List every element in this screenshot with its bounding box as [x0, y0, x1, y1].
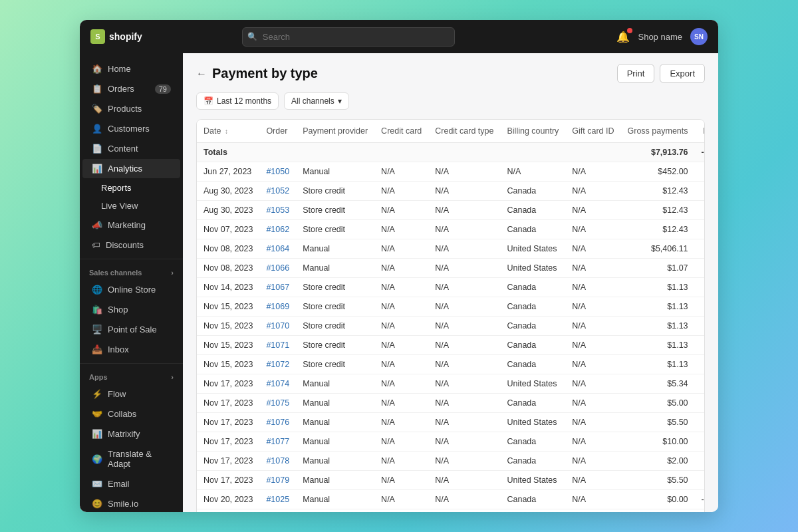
cell-provider: Manual	[296, 471, 374, 490]
sidebar-item-inbox[interactable]: 📥 Inbox	[82, 340, 180, 359]
order-link[interactable]: #1078	[266, 456, 289, 466]
sidebar-item-translate[interactable]: 🌍 Translate & Adapt	[82, 444, 180, 473]
cell-date: Nov 17, 2023	[197, 374, 259, 394]
sidebar-item-smile[interactable]: 😊 Smile.io	[82, 494, 180, 512]
sidebar-subitem-reports[interactable]: Reports	[80, 179, 183, 197]
cell-provider: Manual	[296, 374, 374, 394]
sidebar-item-online-store[interactable]: 🌐 Online Store	[82, 280, 180, 299]
cell-cc-type: N/A	[428, 278, 500, 297]
cell-billing: Canada	[500, 220, 565, 239]
table-row: Nov 17, 2023 #1079 Manual N/A N/A United…	[197, 471, 705, 490]
sidebar-item-collabs[interactable]: 🤝 Collabs	[82, 404, 180, 424]
sidebar-item-flow[interactable]: ⚡ Flow	[82, 384, 180, 404]
cell-refunds: $0.00	[695, 355, 705, 374]
sidebar-item-marketing[interactable]: 📣 Marketing	[82, 215, 180, 235]
sidebar-item-label: Orders	[108, 84, 134, 94]
sales-channels-label: Sales channels	[89, 269, 142, 277]
order-link[interactable]: #1074	[266, 379, 289, 388]
order-link[interactable]: #1070	[266, 321, 289, 331]
order-link[interactable]: #1052	[266, 186, 289, 196]
col-gift-card[interactable]: Gift card ID	[565, 120, 620, 143]
sidebar-item-matrixify[interactable]: 📊 Matrixify	[82, 424, 180, 444]
cell-refunds: $0.00	[695, 220, 705, 239]
order-link[interactable]: #1062	[266, 225, 289, 234]
cell-order: #1025	[259, 490, 296, 509]
col-billing[interactable]: Billing country	[500, 120, 565, 143]
cell-gross: $0.00	[621, 490, 695, 509]
back-button[interactable]: ←	[196, 68, 207, 79]
print-button[interactable]: Print	[617, 64, 655, 83]
sidebar-subitem-live-view[interactable]: Live View	[80, 197, 183, 215]
cell-date: Nov 14, 2023	[197, 278, 259, 297]
order-link[interactable]: #1076	[266, 418, 289, 427]
sidebar-item-products[interactable]: 🏷️ Products	[82, 99, 180, 118]
sidebar-item-label: Content	[108, 144, 138, 154]
sidebar-item-shop[interactable]: 🛍️ Shop	[82, 300, 180, 319]
order-link[interactable]: #1079	[266, 475, 289, 485]
sidebar-item-content[interactable]: 📄 Content	[82, 139, 180, 158]
cell-provider: Manual	[296, 452, 374, 471]
order-link[interactable]: #1025	[266, 495, 289, 504]
search-input[interactable]	[242, 27, 455, 47]
cell-provider: Store credit	[296, 336, 374, 355]
order-link[interactable]: #1050	[266, 167, 289, 176]
col-provider[interactable]: Payment provider	[296, 120, 374, 143]
expand-icon[interactable]: ›	[171, 269, 174, 277]
cell-cc-type: N/A	[428, 201, 500, 220]
cell-refunds: $0.00	[695, 336, 705, 355]
sidebar-item-discounts[interactable]: 🏷 Discounts	[82, 235, 180, 255]
order-link[interactable]: #1067	[266, 283, 289, 292]
cell-order: #1062	[259, 220, 296, 239]
apps-label: Apps	[89, 373, 108, 381]
sidebar-item-point-of-sale[interactable]: 🖥️ Point of Sale	[82, 320, 180, 339]
sidebar-item-email[interactable]: ✉️ Email	[82, 474, 180, 493]
apps-expand-icon[interactable]: ›	[171, 373, 174, 381]
discounts-icon: 🏷	[92, 240, 100, 250]
cell-billing: Canada	[500, 317, 565, 336]
matrixify-icon: 📊	[92, 429, 102, 439]
sidebar-item-analytics[interactable]: 📊 Analytics	[82, 159, 180, 178]
cell-gift-card: N/A	[565, 317, 620, 336]
col-date[interactable]: Date ↕	[197, 120, 259, 143]
page-header: ← Payment by type Print Export	[196, 64, 705, 83]
cell-billing: United States	[500, 239, 565, 259]
cell-provider: Store credit	[296, 182, 374, 201]
sidebar-item-label: Marketing	[108, 220, 146, 230]
order-link[interactable]: #1072	[266, 360, 289, 369]
cell-cc-type: N/A	[428, 452, 500, 471]
cell-gross: $2.00	[621, 452, 695, 471]
export-button[interactable]: Export	[660, 64, 705, 83]
cell-gift-card: N/A	[565, 278, 620, 297]
cell-cc-type: N/A	[428, 239, 500, 259]
cell-provider: Manual	[296, 413, 374, 432]
cell-refunds: $0.00	[695, 201, 705, 220]
order-link[interactable]: #1075	[266, 398, 289, 408]
cell-credit-card: N/A	[374, 394, 428, 413]
channel-filter[interactable]: All channels ▾	[284, 92, 349, 110]
cell-cc-type: N/A	[428, 182, 500, 201]
avatar[interactable]: SN	[690, 28, 708, 45]
col-refunds[interactable]: Refunds	[695, 120, 705, 143]
cell-credit-card: N/A	[374, 509, 428, 513]
col-order[interactable]: Order	[259, 120, 296, 143]
col-credit-card[interactable]: Credit card	[374, 120, 428, 143]
order-link[interactable]: #1064	[266, 244, 289, 253]
sidebar-item-home[interactable]: 🏠 Home	[82, 59, 180, 78]
page-header-left: ← Payment by type	[196, 66, 318, 81]
cell-provider: Manual	[296, 239, 374, 259]
order-link[interactable]: #1069	[266, 302, 289, 311]
date-filter[interactable]: 📅 Last 12 months	[196, 92, 279, 110]
order-link[interactable]: #1066	[266, 263, 289, 273]
order-link[interactable]: #1077	[266, 437, 289, 446]
sidebar-item-orders[interactable]: 📋 Orders 79	[82, 79, 180, 98]
order-link[interactable]: #1071	[266, 340, 289, 350]
sidebar-item-customers[interactable]: 👤 Customers	[82, 119, 180, 138]
col-gross[interactable]: Gross payments	[621, 120, 695, 143]
notification-button[interactable]: 🔔	[616, 31, 630, 43]
cell-gift-card: N/A	[565, 490, 620, 509]
order-link[interactable]: #1053	[266, 205, 289, 215]
col-cc-type[interactable]: Credit card type	[428, 120, 500, 143]
cell-refunds: $0.00	[695, 452, 705, 471]
cell-cc-type: N/A	[428, 220, 500, 239]
cell-credit-card: N/A	[374, 355, 428, 374]
